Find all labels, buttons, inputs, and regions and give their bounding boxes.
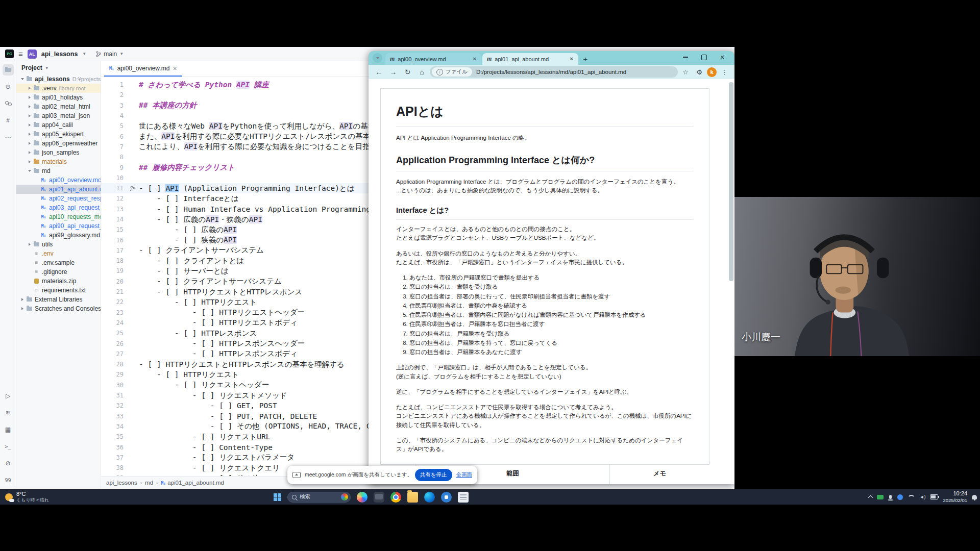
tree-arrow-icon[interactable] xyxy=(19,298,26,301)
pull-requests-icon[interactable] xyxy=(3,98,14,109)
tree-item-md[interactable]: md xyxy=(16,166,101,176)
stop-sharing-button[interactable]: 共有を停止 xyxy=(415,469,452,481)
new-tab-button[interactable]: + xyxy=(579,53,592,65)
tree-item-api03_metal_json[interactable]: api03_metal_json xyxy=(16,111,101,120)
tree-item-app05_ekispert[interactable]: app05_ekispert xyxy=(16,130,101,139)
copilot-app-icon[interactable] xyxy=(357,492,368,503)
back-button[interactable]: ← xyxy=(373,66,385,78)
system-app-icon[interactable] xyxy=(374,492,384,503)
tree-arrow-icon[interactable] xyxy=(27,96,33,99)
tree-item-Scratches and Consoles[interactable]: Scratches and Consoles xyxy=(16,304,101,313)
project-panel-header[interactable]: Project ▼ xyxy=(16,61,101,74)
tree-item-app06_openweather[interactable]: app06_openweather xyxy=(16,139,101,148)
taskbar-clock[interactable]: 10:24 2025/02/01 xyxy=(943,490,967,504)
tree-arrow-icon[interactable] xyxy=(27,114,33,117)
tree-item-requirements.txt[interactable]: ≡requirements.txt xyxy=(16,286,101,295)
tree-arrow-icon[interactable] xyxy=(27,151,33,154)
tree-item-api99_glossary.md[interactable]: M↓api99_glossary.md xyxy=(16,231,101,240)
breadcrumb-item[interactable]: md xyxy=(145,480,153,486)
project-tool-icon[interactable] xyxy=(3,64,14,76)
tree-item-.venv[interactable]: .venvlibrary root xyxy=(16,84,101,93)
reload-button[interactable]: ↻ xyxy=(401,66,414,78)
address-bar[interactable]: i ファイル D:/projects/lessons/api_lessons/m… xyxy=(430,66,678,78)
tree-arrow-icon[interactable] xyxy=(27,160,33,163)
bookmark-star-icon[interactable]: ☆ xyxy=(679,66,692,78)
camera-active-icon[interactable] xyxy=(877,495,884,499)
tree-arrow-icon[interactable] xyxy=(27,170,33,172)
tree-arrow-icon[interactable] xyxy=(27,87,33,90)
tree-item-json_samples[interactable]: json_samples xyxy=(16,148,101,157)
run-tool-icon[interactable]: ▷ xyxy=(3,390,14,402)
tree-item-app04_calil[interactable]: app04_calil xyxy=(16,120,101,130)
breadcrumb-item[interactable]: M↓ api01_api_abount.md xyxy=(161,480,224,486)
services-tool-icon[interactable]: ▦ xyxy=(3,424,14,435)
vcs-branch-widget[interactable]: main ▼ xyxy=(96,51,124,58)
close-icon[interactable]: ✕ xyxy=(473,56,477,62)
home-button[interactable]: ⌂ xyxy=(415,66,428,78)
weather-widget[interactable]: 8°C くもり時々晴れ xyxy=(5,489,49,505)
tray-overflow-icon[interactable] xyxy=(868,495,873,500)
tree-arrow-icon[interactable] xyxy=(27,243,33,246)
start-button[interactable] xyxy=(274,493,281,501)
page-scrollbar[interactable] xyxy=(729,82,733,480)
tree-item-api02_metal_html[interactable]: api02_metal_html xyxy=(16,102,101,111)
browser-tab-inactive[interactable]: m api00_overview.md ✕ xyxy=(385,53,481,65)
close-window-button[interactable]: ✕ xyxy=(713,51,731,63)
tree-item-.env.sample[interactable]: ≡.env.sample xyxy=(16,258,101,267)
tree-arrow-icon[interactable] xyxy=(27,123,33,127)
tab-search-icon[interactable] xyxy=(373,53,382,63)
tree-item-.env[interactable]: ≡.env xyxy=(16,249,101,258)
fullscreen-link[interactable]: 全画面 xyxy=(456,471,473,479)
forward-button[interactable]: → xyxy=(387,66,400,78)
terminal-tool-icon[interactable]: >_ xyxy=(3,441,14,452)
browser-menu-icon[interactable]: ⋮ xyxy=(718,66,730,78)
tray-app-icon[interactable] xyxy=(897,494,903,500)
notifications-bell-icon[interactable] xyxy=(972,495,977,499)
tree-item-api03_api_request_respo[interactable]: M↓api03_api_request_respo xyxy=(16,203,101,212)
tree-item-materials[interactable]: materials xyxy=(16,157,101,166)
tree-item-utils[interactable]: utils xyxy=(16,240,101,249)
tree-item-materials.zip[interactable]: materials.zip xyxy=(16,277,101,286)
browser-tab-active[interactable]: m api01_api_abount.md ✕ xyxy=(482,53,578,65)
edge-app-icon[interactable] xyxy=(424,492,435,503)
tree-item-api00_overview.md[interactable]: M↓api00_overview.md xyxy=(16,176,101,185)
scrollbar-thumb[interactable] xyxy=(729,82,733,281)
python-packages-icon[interactable]: ≋ xyxy=(3,407,14,418)
chrome-app-icon[interactable] xyxy=(390,492,401,503)
notifications-badge[interactable]: 99 xyxy=(3,474,14,486)
tree-item-api01_api_abount.md[interactable]: M↓api01_api_abount.md xyxy=(16,185,101,194)
tree-arrow-icon[interactable] xyxy=(19,307,26,310)
notepad-app-icon[interactable] xyxy=(458,492,469,503)
close-icon[interactable]: ✕ xyxy=(570,56,574,62)
close-icon[interactable]: ✕ xyxy=(173,66,177,71)
tree-item-api90_api_request_samp[interactable]: M↓api90_api_request_samp xyxy=(16,221,101,231)
tree-item-External Libraries[interactable]: External Libraries xyxy=(16,295,101,304)
structure-tool-icon[interactable]: # xyxy=(3,115,14,126)
breadcrumb-item[interactable]: api_lessons xyxy=(106,480,137,486)
volume-icon[interactable]: ◄) xyxy=(920,494,926,499)
battery-icon[interactable] xyxy=(930,494,938,499)
extensions-icon[interactable]: ⚙ xyxy=(693,66,705,78)
tree-item-.gitignore[interactable]: ≡.gitignore xyxy=(16,267,101,277)
microphone-icon[interactable] xyxy=(889,495,892,499)
maximize-button[interactable] xyxy=(695,51,713,63)
more-tools-icon[interactable]: ⋯ xyxy=(3,132,14,143)
explorer-app-icon[interactable] xyxy=(407,492,418,503)
taskbar-search[interactable]: 検索 xyxy=(287,492,351,503)
tree-item-api01_holidays[interactable]: api01_holidays xyxy=(16,93,101,102)
tree-arrow-icon[interactable] xyxy=(27,105,33,108)
commit-tool-icon[interactable]: ⊙ xyxy=(3,81,14,92)
tree-arrow-icon[interactable] xyxy=(27,133,33,136)
tree-item-api02_request_response[interactable]: M↓api02_request_response xyxy=(16,194,101,203)
tree-item-api10_requests_module[interactable]: M↓api10_requests_module xyxy=(16,212,101,221)
tree-arrow-icon[interactable] xyxy=(19,78,26,80)
minimize-button[interactable] xyxy=(676,51,695,63)
profile-avatar[interactable]: k xyxy=(707,67,717,77)
wifi-icon[interactable] xyxy=(908,495,915,503)
problems-tool-icon[interactable]: ⊘ xyxy=(3,458,14,469)
main-menu-icon[interactable]: ≡ xyxy=(18,50,23,58)
tree-item-api_lessons[interactable]: api_lessonsD:¥projects¥lesson xyxy=(16,74,101,84)
tree-arrow-icon[interactable] xyxy=(27,142,33,145)
editor-tab[interactable]: M↓ api00_overview.md ✕ xyxy=(104,61,182,77)
project-name[interactable]: api_lessons xyxy=(41,51,78,58)
